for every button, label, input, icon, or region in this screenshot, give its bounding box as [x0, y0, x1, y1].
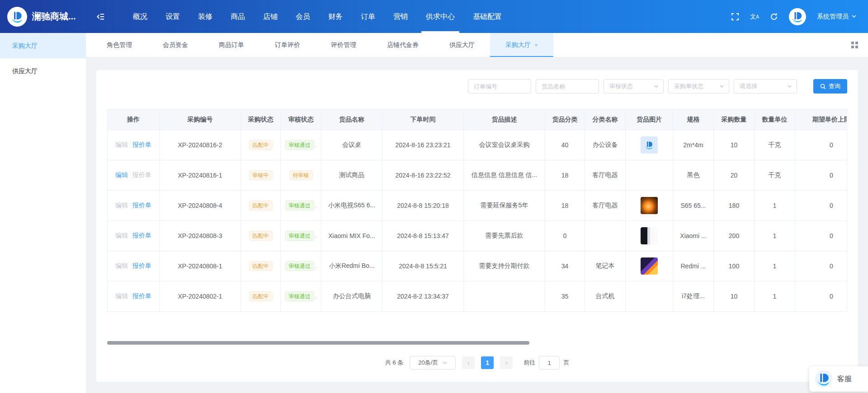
edit-link[interactable]: 编辑: [115, 262, 128, 270]
col-price-limit: 期望单价上限: [795, 109, 847, 130]
tab-shop-voucher[interactable]: 店铺代金券: [372, 33, 434, 57]
menu-item-orders[interactable]: 订单: [352, 0, 384, 33]
goods-description: 信息信息 信息信息 信...: [464, 160, 545, 190]
sidebar-collapse-icon[interactable]: [96, 12, 105, 21]
tab-list-grid-icon[interactable]: [851, 42, 858, 48]
tab-order-review[interactable]: 订单评价: [259, 33, 316, 57]
refresh-icon[interactable]: [770, 13, 778, 21]
category-id: 18: [545, 191, 585, 220]
quote-link[interactable]: 报价单: [132, 141, 151, 149]
order-time: 2024-8-8 15:5:21: [382, 251, 464, 281]
brand-logo-icon: [7, 7, 27, 27]
truncation-dot: .: [315, 202, 316, 209]
unit: 1: [755, 281, 795, 311]
select-placeholder: 请选择: [740, 82, 757, 90]
search-button[interactable]: 查询: [813, 79, 847, 94]
menu-item-base-config[interactable]: 基础配置: [464, 0, 511, 33]
unit: 1: [755, 251, 795, 281]
col-description: 货品描述: [464, 109, 545, 130]
next-page-button[interactable]: ›: [500, 356, 513, 369]
goods-image-empty: [626, 160, 673, 190]
select-placeholder: 审核状态: [609, 82, 633, 90]
unit: 1: [755, 191, 795, 220]
menu-item-settings[interactable]: 设置: [156, 0, 189, 33]
language-translate-icon[interactable]: 文A: [750, 14, 759, 19]
goods-description: [464, 281, 545, 311]
truncation-dot: .: [315, 142, 316, 148]
menu-item-marketing[interactable]: 营销: [384, 0, 417, 33]
tab-review-manage[interactable]: 评价管理: [316, 33, 372, 57]
category-name: [585, 221, 626, 251]
col-purchase-no: 采购编号: [160, 109, 241, 130]
horizontal-scrollbar-thumb[interactable]: [107, 341, 529, 345]
generic-select[interactable]: 请选择: [734, 79, 797, 94]
menu-item-members[interactable]: 会员: [287, 0, 319, 33]
goods-name: 测试商品: [321, 160, 382, 190]
category-name: 笔记本: [585, 251, 626, 281]
quantity: 20: [714, 160, 755, 190]
edit-link[interactable]: 编辑: [115, 171, 128, 179]
goods-name: 小米Redmi Bo...: [321, 251, 382, 281]
tab-role-manage[interactable]: 角色管理: [91, 33, 147, 57]
chevron-down-icon: [852, 15, 856, 18]
audit-status-select[interactable]: 审核状态: [604, 79, 664, 94]
tab-member-funds[interactable]: 会员资金: [147, 33, 203, 57]
menu-item-goods[interactable]: 商品: [222, 0, 254, 33]
main-menu: 概况 设置 装修 商品 店铺 会员 财务 订单 营销 供求中心 基础配置: [124, 0, 511, 33]
col-purchase-status: 采购状态: [241, 109, 281, 130]
customer-service-widget[interactable]: 客服: [809, 366, 868, 392]
price-limit: 0: [795, 191, 847, 220]
sidebar-item-supply-hall[interactable]: 供应大厅: [0, 58, 86, 84]
spec: Xiaomi ...: [673, 221, 714, 251]
goods-description: 需要延保服务5年: [464, 191, 545, 220]
purchase-status-badge: 匹配中: [249, 261, 273, 271]
edit-link[interactable]: 编辑: [115, 232, 128, 240]
chevron-down-icon: [443, 361, 447, 365]
menu-item-supply-demand-center[interactable]: 供求中心: [417, 0, 464, 33]
prev-page-button[interactable]: ‹: [462, 356, 475, 369]
menu-item-decorate[interactable]: 装修: [189, 0, 222, 33]
edit-link[interactable]: 编辑: [115, 141, 128, 149]
quote-link[interactable]: 报价单: [132, 171, 151, 179]
page-size-select[interactable]: 20条/页: [410, 356, 456, 370]
tab-purchase-hall[interactable]: 采购大厅×: [490, 33, 553, 57]
price-limit: 0: [795, 251, 847, 281]
goods-image-phone[interactable]: [641, 227, 658, 244]
goto-suffix-label: 页: [563, 359, 569, 367]
sidebar-item-purchase-hall[interactable]: 采购大厅: [0, 33, 86, 58]
user-menu[interactable]: 系统管理员: [817, 13, 856, 21]
goods-image-tv[interactable]: [641, 197, 658, 214]
category-id: 40: [545, 130, 585, 160]
tab-goods-orders[interactable]: 商品订单: [203, 33, 259, 57]
tab-close-icon[interactable]: ×: [534, 42, 538, 48]
select-placeholder: 采购单状态: [674, 82, 703, 90]
purchase-hall-card: 审核状态 采购单状态 请选择 查询 操作: [96, 70, 858, 382]
goods-name: Xiaomi MIX Fo...: [321, 221, 382, 251]
edit-link[interactable]: 编辑: [115, 201, 128, 210]
audit-status-badge: 审核通过: [285, 231, 314, 241]
quote-link[interactable]: 报价单: [132, 232, 151, 240]
menu-item-finance[interactable]: 财务: [319, 0, 352, 33]
quote-link[interactable]: 报价单: [132, 292, 151, 300]
spec: Redmi ...: [673, 251, 714, 281]
order-no-input[interactable]: [468, 79, 531, 94]
goods-image-logo[interactable]: [641, 136, 658, 154]
menu-item-overview[interactable]: 概况: [124, 0, 156, 33]
tab-supply-hall[interactable]: 供应大厅: [434, 33, 490, 57]
purchase-status-badge: 匹配中: [249, 231, 273, 241]
menu-item-shops[interactable]: 店铺: [254, 0, 287, 33]
goods-name-input[interactable]: [536, 79, 599, 94]
goods-image-laptop[interactable]: [641, 257, 658, 275]
purchase-status-select[interactable]: 采购单状态: [668, 79, 729, 94]
goods-image-empty: [626, 281, 673, 311]
goods-name: 会议桌: [321, 130, 382, 160]
audit-status-badge: 审核通过: [285, 291, 314, 301]
edit-link[interactable]: 编辑: [115, 292, 128, 300]
order-time: 2024-8-16 23:22:52: [382, 160, 464, 190]
goto-page-input[interactable]: [539, 356, 560, 370]
quote-link[interactable]: 报价单: [132, 201, 151, 210]
fullscreen-icon[interactable]: [731, 13, 739, 21]
user-avatar[interactable]: [789, 8, 806, 25]
page-1-button[interactable]: 1: [481, 356, 494, 369]
quote-link[interactable]: 报价单: [132, 262, 151, 270]
